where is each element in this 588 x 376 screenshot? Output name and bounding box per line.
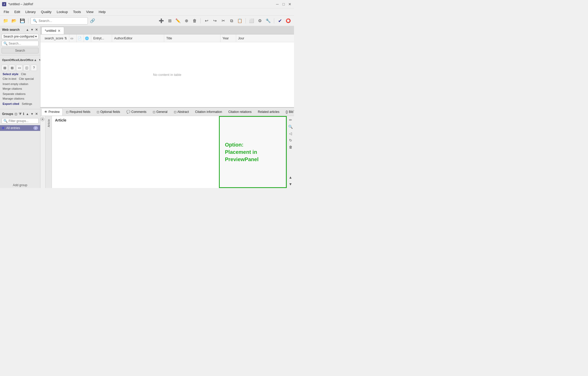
undo-button[interactable]: ↩	[203, 17, 210, 25]
groups-up[interactable]: ▲	[26, 112, 29, 116]
new-library-button[interactable]: 📁	[2, 17, 9, 25]
bibtex-tab-label: BibTeX source	[289, 110, 294, 114]
col-search-score: search_score ⇅	[42, 34, 69, 42]
cut-button[interactable]: ✂	[219, 17, 227, 25]
scroll-down-tool[interactable]: ▼	[288, 181, 293, 187]
oo-doc-icon-3[interactable]: ▭	[16, 65, 22, 71]
tab-citation-info[interactable]: Citation information	[192, 108, 225, 116]
oo-actions-row1: Select style Cite Cite in-text Cite spec…	[2, 72, 39, 81]
groups-down[interactable]: ▼	[30, 112, 34, 116]
openoffice-up[interactable]: ▲	[33, 58, 37, 62]
select-style-button[interactable]: Select style	[2, 72, 20, 76]
all-entries-item[interactable]: All entries 2	[0, 125, 40, 131]
insert-empty-button[interactable]: Insert empty citation	[2, 82, 29, 86]
manage-citations-button[interactable]: Manage citations	[2, 96, 25, 101]
groups-info[interactable]: ℹ	[23, 112, 24, 116]
search-tool-button[interactable]: 🔍	[288, 124, 293, 130]
edit-tool-button[interactable]: ✏	[288, 117, 293, 123]
menu-edit[interactable]: Edit	[12, 9, 23, 14]
check-integrity-button[interactable]: ✔	[276, 17, 284, 25]
add-entry-button[interactable]: ➕	[158, 17, 165, 25]
settings-button[interactable]: Settings	[21, 102, 33, 106]
oo-doc-icon-2[interactable]: ▤	[9, 65, 15, 71]
export-cited-button[interactable]: Export cited	[2, 102, 20, 106]
add-entry-from-id[interactable]: ⊞	[166, 17, 173, 25]
add-entry-from-doi[interactable]: ⊕	[183, 17, 190, 25]
col-title: Title	[164, 34, 220, 42]
oo-doc-icon-1[interactable]: ▤	[2, 65, 8, 71]
groups-section: Groups ◻ ⧩ ℹ ▲ ▼ ✕ 🔍 All entries	[0, 110, 40, 188]
openoffice-down[interactable]: ▼	[38, 58, 40, 62]
refresh-tool-button[interactable]: ↻	[288, 137, 293, 143]
github-button[interactable]: ⭕	[285, 17, 292, 25]
groups-filter[interactable]: ⧩	[19, 112, 22, 116]
copy-button[interactable]: ⧉	[228, 17, 235, 25]
add-group-button[interactable]: Add group	[0, 182, 40, 188]
tab-related-articles[interactable]: Related articles	[255, 108, 282, 116]
preview-tab-icon: 👁	[44, 110, 47, 114]
edit-entry-button[interactable]: ✏️	[174, 17, 182, 25]
tab-label: *untitled	[45, 29, 56, 33]
preferences-button[interactable]: ⚙	[256, 17, 264, 25]
web-search-input[interactable]	[9, 42, 37, 45]
delete-tool-button[interactable]: 🗑	[288, 144, 293, 150]
bottom-tab-bar: 👁 Preview ◻ Required fields ◻ Optional f…	[40, 108, 294, 116]
abstract-tab-icon: ◻	[174, 110, 176, 114]
menu-library[interactable]: Library	[23, 9, 38, 14]
cite-intext-button[interactable]: Cite in-text	[2, 77, 17, 81]
main-search-bar[interactable]: 🔍	[30, 17, 88, 25]
maximize-button[interactable]: □	[281, 2, 286, 6]
web-search-close[interactable]: ✕	[35, 28, 38, 32]
menu-quality[interactable]: Quality	[38, 9, 54, 14]
groups-filter-container[interactable]: 🔍	[2, 118, 39, 124]
oo-doc-icon-4[interactable]: ◫	[23, 65, 30, 71]
minimize-button[interactable]: ─	[275, 2, 279, 6]
customize-button[interactable]: 🔧	[265, 17, 272, 25]
open-library-button[interactable]: 📂	[10, 17, 18, 25]
groups-close[interactable]: ✕	[35, 112, 38, 116]
groups-filter-input[interactable]	[9, 119, 37, 123]
save-library-button[interactable]: 💾	[19, 17, 26, 25]
sort-icon[interactable]: ⇅	[64, 37, 67, 40]
split-view-button[interactable]: ⬜	[248, 17, 255, 25]
col-icon1: ▭	[69, 34, 77, 42]
right-area: *untitled ✕ search_score ⇅ ▭ 📄 🌐	[40, 26, 294, 188]
tab-citation-relations[interactable]: Citation relations	[225, 108, 254, 116]
web-search-down[interactable]: ▼	[30, 28, 34, 32]
close-button[interactable]: ✕	[288, 2, 292, 6]
menu-file[interactable]: File	[1, 9, 12, 14]
tab-optional-fields[interactable]: ◻ Optional fields	[94, 108, 123, 116]
paste-button[interactable]: 📋	[236, 17, 243, 25]
menu-help[interactable]: Help	[96, 9, 108, 14]
menu-tools[interactable]: Tools	[70, 9, 83, 14]
search-preconfigured-dropdown[interactable]: Search pre-configured ▾	[2, 34, 39, 39]
tab-close-button[interactable]: ✕	[58, 29, 61, 33]
web-search-label: Web search	[2, 28, 20, 32]
back-tool-button[interactable]: ◁	[288, 131, 293, 136]
menu-view[interactable]: View	[84, 9, 96, 14]
cite-special-button[interactable]: Cite special	[18, 77, 35, 81]
cite-button[interactable]: Cite	[20, 72, 27, 76]
tab-untitled[interactable]: *untitled ✕	[41, 27, 64, 34]
delete-entry-button[interactable]: 🗑	[191, 17, 198, 25]
bottom-panel-close[interactable]: ✕	[40, 117, 45, 121]
tab-comments[interactable]: 💬 Comments	[124, 108, 149, 116]
oo-help-icon[interactable]: ?	[31, 65, 37, 71]
tab-general[interactable]: ◻ General	[150, 108, 170, 116]
separate-citations-button[interactable]: Separate citations	[2, 92, 27, 96]
menu-lookup[interactable]: Lookup	[54, 9, 71, 14]
tab-required-fields[interactable]: ◻ Required fields	[63, 108, 93, 116]
redo-button[interactable]: ↪	[211, 17, 218, 25]
web-search-input-container[interactable]: 🔍	[2, 41, 39, 46]
citation-info-tab-label: Citation information	[195, 110, 222, 114]
main-search-input[interactable]	[39, 19, 85, 23]
tab-bibtex[interactable]: {} BibTeX source	[283, 108, 294, 116]
scroll-up-tool[interactable]: ▲	[288, 174, 293, 180]
tab-preview[interactable]: 👁 Preview	[41, 108, 63, 116]
groups-new[interactable]: ◻	[14, 112, 17, 116]
search-execute-button[interactable]: Search	[2, 48, 39, 53]
open-url-button[interactable]: 🔗	[89, 17, 96, 25]
web-search-up[interactable]: ▲	[26, 28, 29, 32]
merge-citations-button[interactable]: Merge citations	[2, 87, 23, 91]
tab-abstract[interactable]: ◻ Abstract	[171, 108, 192, 116]
